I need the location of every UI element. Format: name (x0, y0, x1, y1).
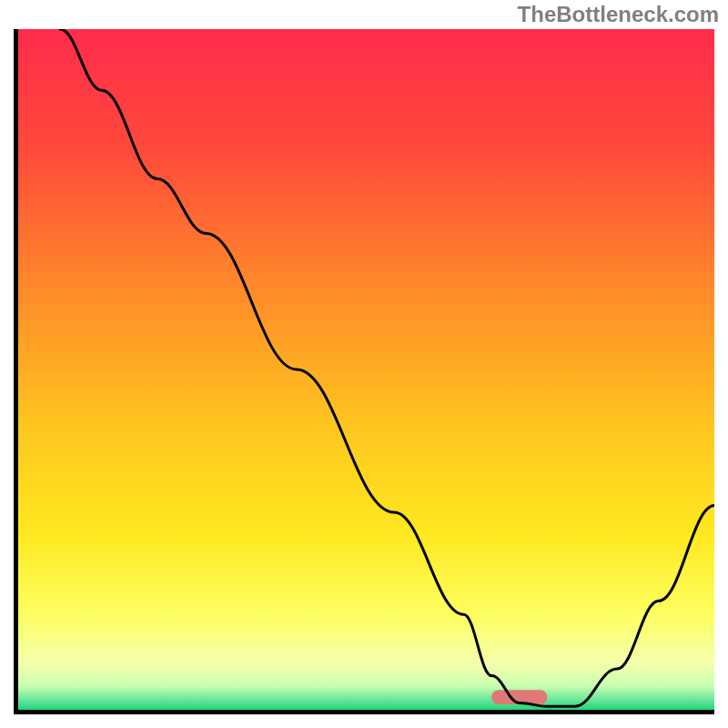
chart-stage: TheBottleneck.com (0, 0, 728, 728)
watermark-text: TheBottleneck.com (518, 2, 719, 27)
plot-area (14, 29, 714, 714)
gradient-background (18, 29, 714, 710)
chart-svg (18, 29, 714, 710)
